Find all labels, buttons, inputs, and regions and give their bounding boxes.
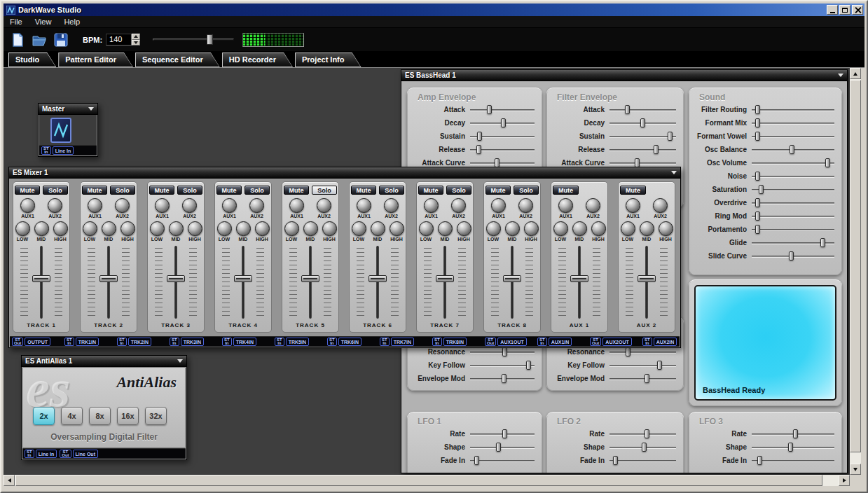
aux2-knob[interactable] — [48, 198, 62, 213]
vertical-scroll-thumb[interactable] — [850, 80, 861, 452]
param-slider[interactable] — [752, 211, 836, 221]
horizontal-scroll-thumb[interactable] — [15, 475, 822, 486]
oversample-4x-button[interactable]: 4x — [61, 407, 83, 425]
solo-button[interactable]: Solo — [514, 186, 539, 195]
param-slider[interactable] — [470, 456, 536, 466]
aux2-knob[interactable] — [451, 198, 466, 213]
fader-thumb[interactable] — [99, 275, 118, 282]
port-trk1in[interactable]: STInTRK1IN — [64, 338, 114, 346]
slider-thumb[interactable] — [755, 132, 760, 141]
aux2-knob[interactable] — [115, 198, 130, 213]
mid-knob[interactable] — [303, 221, 318, 236]
slider-thumb[interactable] — [755, 211, 760, 221]
mute-button[interactable]: Mute — [149, 186, 174, 195]
param-slider[interactable] — [470, 374, 536, 384]
slider-thumb[interactable] — [755, 172, 760, 181]
fader-thumb[interactable] — [301, 275, 319, 282]
slider-thumb[interactable] — [757, 456, 762, 465]
mute-button[interactable]: Mute — [15, 186, 40, 195]
volume-fader[interactable] — [355, 246, 400, 319]
slider-thumb[interactable] — [642, 443, 647, 452]
mute-button[interactable]: Mute — [418, 186, 443, 195]
basshead-titlebar[interactable]: ES BassHead 1 — [401, 70, 847, 81]
slider-thumb[interactable] — [501, 118, 506, 127]
mixer-titlebar[interactable]: ES Mixer 1 — [9, 167, 680, 179]
param-slider[interactable] — [752, 198, 836, 208]
slider-thumb[interactable] — [755, 198, 760, 207]
aux1-knob[interactable] — [626, 198, 640, 213]
param-slider[interactable] — [609, 456, 677, 466]
mute-button[interactable]: Mute — [485, 186, 511, 195]
mute-button[interactable]: Mute — [216, 186, 242, 195]
mid-knob[interactable] — [169, 221, 184, 236]
param-slider[interactable] — [470, 443, 536, 452]
tab-hd-recorder[interactable]: HD Recorder — [222, 53, 293, 67]
mid-knob[interactable] — [505, 221, 520, 236]
high-knob[interactable] — [524, 221, 539, 236]
param-slider[interactable] — [752, 145, 836, 155]
param-slider[interactable] — [609, 118, 677, 128]
slider-thumb[interactable] — [613, 456, 618, 465]
slider-thumb[interactable] — [496, 443, 501, 452]
param-slider[interactable] — [470, 132, 536, 141]
aux1-knob[interactable] — [357, 198, 371, 213]
port-trk6in[interactable]: STInTRK6IN — [327, 338, 377, 346]
mid-knob[interactable] — [236, 221, 251, 236]
tab-sequence-editor[interactable]: Sequence Editor — [135, 53, 220, 67]
fader-thumb[interactable] — [638, 275, 656, 282]
high-knob[interactable] — [120, 221, 135, 236]
low-knob[interactable] — [553, 221, 568, 236]
aux2-knob[interactable] — [586, 198, 600, 213]
slider-thumb[interactable] — [640, 118, 645, 127]
scroll-right-button[interactable] — [839, 475, 850, 486]
aux1-knob[interactable] — [289, 198, 304, 213]
param-slider[interactable] — [752, 429, 836, 439]
volume-fader[interactable] — [557, 246, 602, 319]
vertical-scrollbar[interactable] — [850, 68, 861, 475]
param-slider[interactable] — [609, 374, 677, 384]
port-trk2in[interactable]: STInTRK2IN — [117, 338, 167, 346]
param-slider[interactable] — [609, 361, 677, 370]
new-file-icon[interactable] — [10, 32, 25, 48]
param-slider[interactable] — [609, 145, 677, 155]
aux1-knob[interactable] — [222, 198, 237, 213]
port-trk3in[interactable]: STInTRK3IN — [170, 338, 219, 346]
slider-thumb[interactable] — [495, 158, 500, 167]
mute-button[interactable]: Mute — [284, 186, 309, 195]
low-knob[interactable] — [486, 221, 501, 236]
slider-thumb[interactable] — [487, 105, 492, 114]
param-slider[interactable] — [752, 238, 836, 248]
port-aux1in[interactable]: STInAUX1IN — [537, 338, 587, 346]
mute-button[interactable]: Mute — [620, 186, 646, 195]
mid-knob[interactable] — [34, 221, 49, 236]
open-folder-icon[interactable] — [32, 32, 47, 48]
mid-knob[interactable] — [102, 221, 116, 236]
port-trk4in[interactable]: STInTRK4IN — [222, 338, 272, 346]
slider-thumb[interactable] — [793, 429, 798, 438]
param-slider[interactable] — [752, 251, 836, 261]
slider-thumb[interactable] — [788, 443, 793, 452]
slider-thumb[interactable] — [654, 145, 659, 154]
solo-button[interactable]: Solo — [177, 186, 202, 195]
slider-thumb[interactable] — [820, 238, 825, 247]
low-knob[interactable] — [150, 221, 165, 236]
fader-thumb[interactable] — [436, 275, 454, 282]
high-knob[interactable] — [591, 221, 606, 236]
high-knob[interactable] — [188, 221, 202, 236]
mute-button[interactable]: Mute — [82, 186, 107, 195]
slider-thumb[interactable] — [790, 145, 794, 154]
fader-thumb[interactable] — [570, 275, 588, 282]
oversample-8x-button[interactable]: 8x — [89, 407, 111, 425]
fader-thumb[interactable] — [167, 275, 185, 282]
slider-thumb[interactable] — [657, 361, 662, 370]
aux1-knob[interactable] — [491, 198, 506, 213]
mid-knob[interactable] — [438, 221, 453, 236]
volume-fader[interactable] — [86, 246, 131, 319]
high-knob[interactable] — [390, 221, 404, 236]
slider-thumb[interactable] — [502, 429, 507, 438]
param-slider[interactable] — [609, 443, 677, 452]
tempo-slider[interactable] — [153, 34, 234, 45]
slider-thumb[interactable] — [635, 158, 640, 167]
aux1-knob[interactable] — [155, 198, 170, 213]
aux1-knob[interactable] — [20, 198, 35, 213]
